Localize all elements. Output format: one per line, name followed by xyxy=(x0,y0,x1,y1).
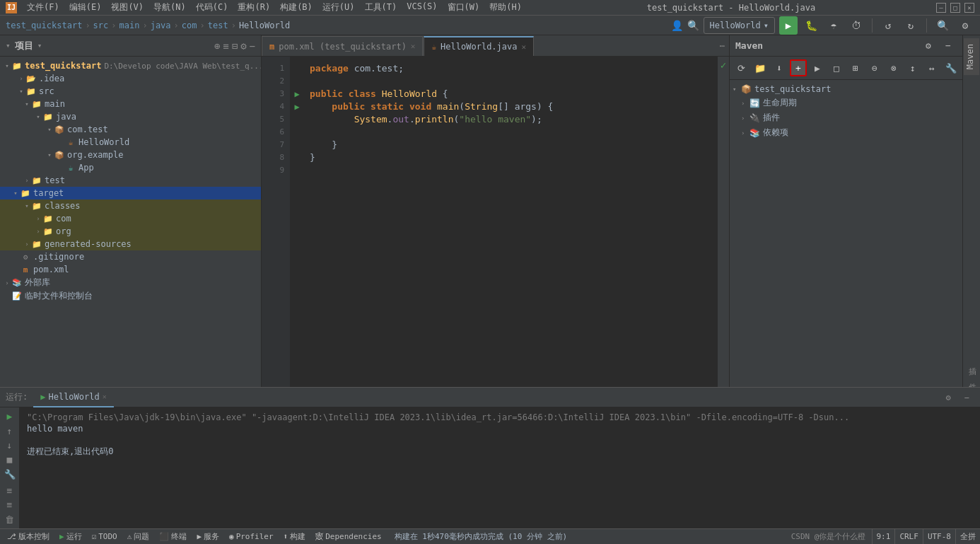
tree-arrow-org[interactable]: › xyxy=(34,228,42,235)
strip-btn-1[interactable]: 插 xyxy=(964,354,979,369)
menu-build[interactable]: 构建(B) xyxy=(276,0,317,15)
settings-button[interactable]: ⚙ xyxy=(956,16,974,35)
tree-arrow-com[interactable]: › xyxy=(34,215,42,222)
tab-pom-xml[interactable]: m pom.xml (test_quickstart) ✕ xyxy=(262,36,423,56)
breadcrumb-helloworld[interactable]: HelloWorld xyxy=(239,21,290,30)
maven-download-btn[interactable]: ⬇ xyxy=(771,59,788,76)
status-run[interactable]: ▶ 运行 xyxy=(55,529,86,545)
tree-item-com[interactable]: › 📁 com xyxy=(0,212,261,225)
tree-arrow-org-example[interactable]: ▾ xyxy=(45,151,54,158)
sidebar-settings-icon[interactable]: ⚙ xyxy=(240,40,246,52)
tree-item-main[interactable]: ▾ 📁 main xyxy=(0,98,261,110)
maven-sort-btn[interactable]: ↕ xyxy=(904,59,921,76)
tree-arrow-idea[interactable]: › xyxy=(17,75,25,82)
tree-item-pom[interactable]: › m pom.xml xyxy=(0,263,261,276)
maven-stop-btn[interactable]: □ xyxy=(828,59,845,76)
menu-code[interactable]: 代码(C) xyxy=(192,0,233,15)
status-vcs[interactable]: ⎇ 版本控制 xyxy=(3,529,54,545)
tree-item-temp[interactable]: › 📝 临时文件和控制台 xyxy=(0,289,261,303)
strip-btn-2[interactable]: 件 xyxy=(964,370,979,384)
tree-arrow-root[interactable]: ▾ xyxy=(3,62,11,69)
tree-arrow-com-test[interactable]: ▾ xyxy=(45,126,54,133)
tree-arrow-test[interactable]: › xyxy=(23,177,31,184)
window-controls[interactable]: — □ ✕ xyxy=(936,3,974,13)
redo-button[interactable]: ↻ xyxy=(902,16,920,35)
tree-arrow-main[interactable]: ▾ xyxy=(23,100,31,108)
maximize-button[interactable]: □ xyxy=(950,3,960,13)
bottom-tab-close-helloworld[interactable]: ✕ xyxy=(103,393,107,400)
tree-item-org[interactable]: › 📁 org xyxy=(0,225,261,238)
maven-group-btn[interactable]: ↔ xyxy=(923,59,940,76)
maven-add-btn[interactable]: + xyxy=(790,59,807,76)
maven-arrow-plugins[interactable]: › xyxy=(741,115,749,122)
status-services[interactable]: ▶ 服务 xyxy=(192,529,223,545)
bottom-tab-helloworld[interactable]: ▶ HelloWorld ✕ xyxy=(33,388,114,407)
menu-view[interactable]: 视图(V) xyxy=(107,0,148,15)
status-deps[interactable]: 🕸 Dependencies xyxy=(311,529,385,545)
tree-item-com-test[interactable]: ▾ 📦 com.test xyxy=(0,123,261,136)
menu-vcs[interactable]: VCS(S) xyxy=(402,0,441,15)
menu-help[interactable]: 帮助(H) xyxy=(485,0,526,15)
tree-item-idea[interactable]: › 📂 .idea xyxy=(0,72,261,85)
run-button[interactable]: ▶ xyxy=(779,16,798,35)
breadcrumb-main[interactable]: main xyxy=(119,21,140,30)
tab-close-helloworld[interactable]: ✕ xyxy=(521,42,526,52)
tab-more-button[interactable]: ⋯ xyxy=(716,36,729,56)
profile-run-button[interactable]: ⏱ xyxy=(847,16,865,35)
tree-item-src[interactable]: ▾ 📁 src xyxy=(0,85,261,98)
status-problems[interactable]: ⚠ 问题 xyxy=(123,529,154,545)
maven-close-icon[interactable]: − xyxy=(940,37,957,54)
code-content[interactable]: package com.test; public class HelloWorl… xyxy=(304,57,718,387)
undo-button[interactable]: ↺ xyxy=(879,16,897,35)
console-output[interactable]: "C:\Program Files\Java\jdk-19\bin\java.e… xyxy=(20,407,980,528)
sidebar-dropdown-icon[interactable]: ▾ xyxy=(37,41,42,50)
stop-btn[interactable]: ■ xyxy=(3,453,17,465)
tree-item-app[interactable]: › ☕ App xyxy=(0,161,261,174)
menu-edit[interactable]: 编辑(E) xyxy=(65,0,106,15)
breadcrumb-com[interactable]: com xyxy=(182,21,197,30)
tree-item-helloworld[interactable]: › ☕ HelloWorld xyxy=(0,136,261,149)
maven-item-lifecycle[interactable]: › 🔄 生命周期 xyxy=(733,96,959,110)
bottom-settings-btn[interactable]: ⚙ xyxy=(940,390,956,405)
status-todo[interactable]: ☑ TODO xyxy=(88,529,122,545)
sidebar-collapse-icon[interactable]: ▾ xyxy=(6,41,11,50)
tree-item-gitignore[interactable]: › ⚙ .gitignore xyxy=(0,250,261,263)
maven-minus-btn[interactable]: ⊖ xyxy=(866,59,883,76)
list-btn[interactable]: ≡ xyxy=(3,499,17,511)
close-button[interactable]: ✕ xyxy=(964,3,974,13)
tab-helloworld-java[interactable]: ☕ HelloWorld.java ✕ xyxy=(424,36,534,56)
maven-grid-btn[interactable]: ⊞ xyxy=(847,59,864,76)
bottom-close-btn[interactable]: − xyxy=(959,390,974,405)
coverage-button[interactable]: ☂ xyxy=(824,16,843,35)
breadcrumb-src[interactable]: src xyxy=(93,21,109,30)
maven-arrow-root[interactable]: ▾ xyxy=(733,86,741,93)
tree-item-root[interactable]: ▾ 📁 test_quickstart D:\Develop code\JAVA… xyxy=(0,59,261,72)
status-profiler[interactable]: ◉ Profiler xyxy=(225,529,278,545)
tree-item-classes[interactable]: ▾ 📁 classes xyxy=(0,199,261,212)
tree-arrow-generated-sources[interactable]: › xyxy=(23,241,31,248)
maven-refresh-btn[interactable]: ⟳ xyxy=(733,59,749,76)
tree-item-generated-sources[interactable]: › 📁 generated-sources xyxy=(0,238,261,250)
tree-arrow-src[interactable]: ▾ xyxy=(17,88,25,95)
breadcrumb-test[interactable]: test xyxy=(208,21,228,30)
breadcrumb-java[interactable]: java xyxy=(151,21,171,30)
sidebar-collapse-all-icon[interactable]: ⊟ xyxy=(232,40,238,52)
run-config-dropdown[interactable]: HelloWorld ▾ xyxy=(704,17,775,34)
tree-arrow-target[interactable]: ▾ xyxy=(11,190,20,197)
scroll-down-btn[interactable]: ↓ xyxy=(3,439,17,451)
maven-item-plugins[interactable]: › 🔌 插件 xyxy=(733,110,959,125)
menu-tools[interactable]: 工具(T) xyxy=(361,0,402,15)
sidebar-hide-icon[interactable]: − xyxy=(250,40,255,52)
nav-icon-profile[interactable]: 👤 xyxy=(671,20,683,31)
breadcrumb-project[interactable]: test_quickstart xyxy=(6,21,82,30)
status-input-method[interactable]: 全拼 xyxy=(955,529,980,545)
status-encoding[interactable]: UTF-8 xyxy=(923,529,955,545)
trash-btn[interactable]: 🗑 xyxy=(3,514,17,526)
menu-window[interactable]: 窗口(W) xyxy=(443,0,484,15)
tree-item-org-example[interactable]: ▾ 📦 org.example xyxy=(0,149,261,161)
maven-arrow-lifecycle[interactable]: › xyxy=(741,100,749,107)
maven-folder-btn[interactable]: 📁 xyxy=(752,59,769,76)
tree-item-java[interactable]: ▾ 📁 java xyxy=(0,110,261,123)
menu-nav[interactable]: 导航(N) xyxy=(149,0,190,15)
sidebar-locate-icon[interactable]: ⊕ xyxy=(214,40,220,52)
